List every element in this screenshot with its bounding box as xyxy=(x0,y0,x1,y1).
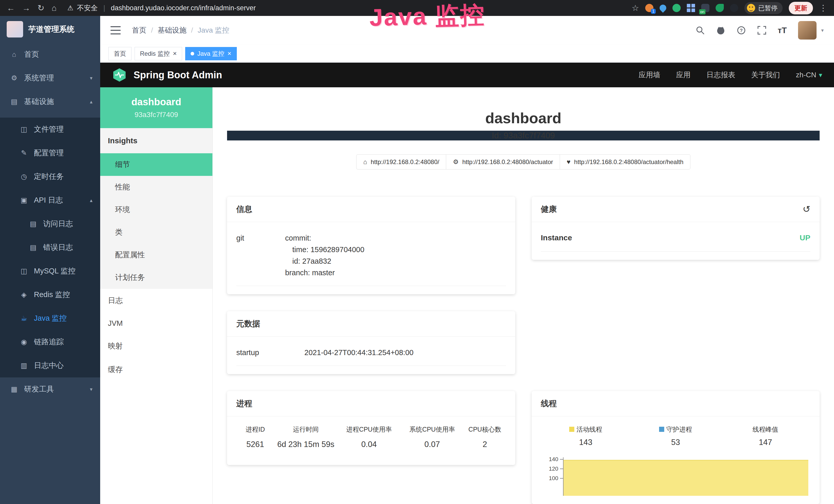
language-selector[interactable]: zh-CN▾ xyxy=(796,71,822,79)
sba-nav-applications[interactable]: 应用 xyxy=(676,70,691,80)
insights-item-details[interactable]: 细节 xyxy=(100,153,213,176)
insights-item-config-props[interactable]: 配置属性 xyxy=(100,244,213,266)
forward-button[interactable]: → xyxy=(22,4,30,12)
sidebar-menu: ⌂ 首页 ⚙ 系统管理 ▾ ▤ 基础设施 ▴ ◫ 文件管理 ✎ 配置管 xyxy=(0,43,100,504)
sidebar-item-home[interactable]: ⌂ 首页 xyxy=(0,43,100,66)
sidebar-item-access-log[interactable]: ▤ 访问日志 xyxy=(0,212,100,236)
instance-id-subtitle: Id: 93a3fc7f7409 xyxy=(227,131,820,140)
search-icon[interactable] xyxy=(696,26,705,35)
back-button[interactable]: ← xyxy=(7,4,15,12)
extension-icon[interactable] xyxy=(673,4,681,12)
font-size-icon[interactable]: тT xyxy=(778,26,787,35)
wrench-icon: ⚙ xyxy=(453,158,459,166)
bookmark-star-icon[interactable]: ☆ xyxy=(632,4,639,12)
home-icon: ⌂ xyxy=(363,158,367,166)
avatar[interactable] xyxy=(798,21,816,40)
instance-content: dashboard Id: 93a3fc7f7409 ⌂http://192.1… xyxy=(213,87,834,504)
actuator-url-link[interactable]: ⚙http://192.168.0.2:48080/actuator xyxy=(446,154,560,169)
health-row-instance[interactable]: Instance UP xyxy=(541,224,811,252)
instance-header[interactable]: dashboard 93a3fc7f7409 xyxy=(100,87,213,128)
insights-item-classes[interactable]: 类 xyxy=(100,221,213,244)
sidebar-item-mappings[interactable]: 映射 xyxy=(100,334,213,358)
card-title: 线程 xyxy=(541,398,557,409)
extension-icon[interactable] xyxy=(658,3,668,13)
extension-icon[interactable]: on xyxy=(701,4,709,12)
chevron-down-icon[interactable]: ▾ xyxy=(821,27,824,33)
history-icon[interactable]: ↺ xyxy=(803,205,810,214)
sidebar-toggle-icon[interactable] xyxy=(110,26,121,35)
sba-title: Spring Boot Admin xyxy=(134,70,222,81)
sba-nav-wallboard[interactable]: 应用墙 xyxy=(639,70,660,80)
sba-nav-journal[interactable]: 日志报表 xyxy=(707,70,736,80)
sidebar-item-redis[interactable]: ◈ Redis 监控 xyxy=(0,283,100,306)
chevron-down-icon: ▾ xyxy=(90,75,92,81)
tab-bar: 首页 Redis 监控× Java 监控× xyxy=(100,45,834,63)
health-url-link[interactable]: ♥http://192.168.0.2:48080/actuator/healt… xyxy=(560,154,690,169)
tab-home[interactable]: 首页 xyxy=(108,47,132,60)
main-sidebar: 芋道管理系统 ⌂ 首页 ⚙ 系统管理 ▾ ▤ 基础设施 ▴ ◫ 文件管理 xyxy=(0,16,100,504)
update-button[interactable]: 更新 xyxy=(789,2,813,15)
instance-id: 93a3fc7f7409 xyxy=(104,111,208,119)
tab-redis-monitor[interactable]: Redis 监控× xyxy=(135,47,182,60)
extension-icon[interactable] xyxy=(716,4,724,12)
insights-item-scheduled-tasks[interactable]: 计划任务 xyxy=(100,266,213,289)
sidebar-item-logs[interactable]: 日志 xyxy=(100,289,213,313)
trace-icon: ◉ xyxy=(20,338,28,346)
help-icon[interactable]: ? xyxy=(737,26,746,35)
threads-legend: 活动线程 143 守护进程 53 线程峰值 147 xyxy=(541,418,811,447)
sidebar-item-config[interactable]: ✎ 配置管理 xyxy=(0,141,100,165)
legend-swatch-yellow xyxy=(569,427,574,432)
fullscreen-icon[interactable] xyxy=(757,26,766,35)
heart-icon: ♥ xyxy=(567,158,570,166)
sidebar-item-infrastructure[interactable]: ▤ 基础设施 ▴ xyxy=(0,90,100,113)
profile-chip[interactable]: 已暂停 xyxy=(744,2,783,14)
cards-grid: 信息 git commit: time: 1596289704000 id: 2… xyxy=(227,197,820,504)
sba-nav-about[interactable]: 关于我们 xyxy=(751,70,780,80)
service-url-link[interactable]: ⌂http://192.168.0.2:48080/ xyxy=(356,154,446,169)
sidebar-item-api-log[interactable]: ▣ API 日志 ▴ xyxy=(0,188,100,212)
warning-icon: ⚠ xyxy=(67,4,73,12)
extension-icon[interactable] xyxy=(730,4,738,12)
switch-on-badge: on xyxy=(699,9,706,15)
config-icon: ✎ xyxy=(20,149,28,157)
sidebar-item-jvm[interactable]: JVM xyxy=(100,313,213,334)
chevron-up-icon: ▴ xyxy=(90,197,92,203)
browser-menu-icon[interactable]: ⋮ xyxy=(819,4,827,12)
sidebar-item-mysql[interactable]: ◫ MySQL 监控 xyxy=(0,259,100,283)
sidebar-item-trace[interactable]: ◉ 链路追踪 xyxy=(0,330,100,354)
instance-name: dashboard xyxy=(104,96,208,108)
breadcrumb-infrastructure[interactable]: 基础设施 xyxy=(158,25,186,35)
sidebar-item-job[interactable]: ◷ 定时任务 xyxy=(0,165,100,188)
tools-icon: ▦ xyxy=(10,385,19,393)
sidebar-item-file[interactable]: ◫ 文件管理 xyxy=(0,118,100,141)
refresh-button[interactable]: ↻ xyxy=(38,4,44,12)
sidebar-item-error-log[interactable]: ▤ 错误日志 xyxy=(0,236,100,259)
address-bar[interactable]: ⚠ 不安全 | dashboard.yudao.iocoder.cn/infra… xyxy=(67,3,624,13)
sba-nav: 应用墙 应用 日志报表 关于我们 zh-CN▾ xyxy=(639,70,822,80)
insights-group-label: Insights xyxy=(100,128,213,153)
sidebar-item-caches[interactable]: 缓存 xyxy=(100,358,213,382)
status-badge: UP xyxy=(799,233,810,242)
sidebar-item-system[interactable]: ⚙ 系统管理 ▾ xyxy=(0,66,100,90)
tab-java-monitor[interactable]: Java 监控× xyxy=(185,47,237,60)
threads-chart: 140 120 100 xyxy=(541,455,811,496)
sidebar-item-devtools[interactable]: ▦ 研发工具 ▾ xyxy=(0,377,100,401)
mysql-icon: ◫ xyxy=(20,267,28,275)
home-icon: ⌂ xyxy=(10,51,19,59)
github-icon[interactable] xyxy=(716,26,725,35)
breadcrumb-home[interactable]: 首页 xyxy=(132,25,147,35)
header-actions: ? тT ▾ xyxy=(696,21,824,40)
api-log-icon: ▣ xyxy=(20,196,28,204)
close-icon[interactable]: × xyxy=(227,49,232,58)
sidebar-item-java[interactable]: ☕ Java 监控 xyxy=(0,306,100,330)
insights-item-environment[interactable]: 环境 xyxy=(100,199,213,221)
insights-item-performance[interactable]: 性能 xyxy=(100,176,213,199)
spring-boot-admin-logo xyxy=(112,68,127,83)
extension-icon[interactable] xyxy=(687,4,695,12)
sidebar-item-log-center[interactable]: ▥ 日志中心 xyxy=(0,354,100,377)
card-title: 元数据 xyxy=(236,318,260,329)
home-button[interactable]: ⌂ xyxy=(52,4,57,12)
extension-icon[interactable]: 1 xyxy=(645,4,654,12)
app-logo[interactable]: 芋道管理系统 xyxy=(0,16,100,43)
close-icon[interactable]: × xyxy=(173,49,177,58)
